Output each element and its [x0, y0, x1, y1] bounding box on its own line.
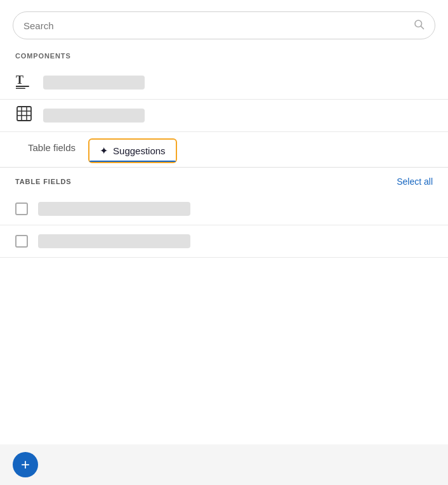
search-bar	[13, 11, 435, 39]
components-section-label: COMPONENTS	[0, 47, 448, 66]
component-row-table	[0, 100, 448, 132]
tab-suggestions-wrapper: ✦ Suggestions	[88, 138, 177, 163]
table-fields-header: TABLE FIELDS Select all	[0, 168, 448, 193]
table-fields-label: TABLE FIELDS	[15, 178, 72, 185]
tab-suggestions-label: Suggestions	[113, 145, 166, 156]
field-row-1	[0, 193, 448, 225]
tab-table-fields[interactable]: Table fields	[15, 135, 88, 167]
search-icon	[413, 18, 425, 32]
component-text-placeholder	[43, 76, 145, 90]
field-row-2	[0, 225, 448, 258]
search-bar-wrapper	[0, 0, 448, 47]
field-placeholder-2	[38, 234, 190, 248]
component-row-text: T	[0, 66, 448, 100]
wand-icon: ✦	[100, 145, 108, 157]
table-icon	[15, 106, 33, 125]
search-input[interactable]	[23, 20, 413, 31]
main-container: COMPONENTS T Table fields	[0, 0, 448, 485]
add-button[interactable]: +	[13, 452, 38, 477]
field-checkbox-2[interactable]	[15, 235, 28, 248]
field-placeholder-1	[38, 202, 190, 216]
bottom-bar: +	[0, 444, 448, 485]
select-all-button[interactable]: Select all	[397, 176, 433, 187]
field-checkbox-1[interactable]	[15, 203, 28, 215]
svg-text:T: T	[16, 74, 23, 86]
svg-rect-5	[17, 107, 31, 121]
component-table-placeholder	[43, 109, 145, 123]
text-icon: T	[15, 72, 33, 93]
tabs-row: Table fields ✦ Suggestions	[0, 135, 448, 168]
svg-line-1	[421, 26, 423, 29]
tab-suggestions[interactable]: ✦ Suggestions	[89, 140, 176, 162]
add-icon: +	[21, 457, 30, 472]
